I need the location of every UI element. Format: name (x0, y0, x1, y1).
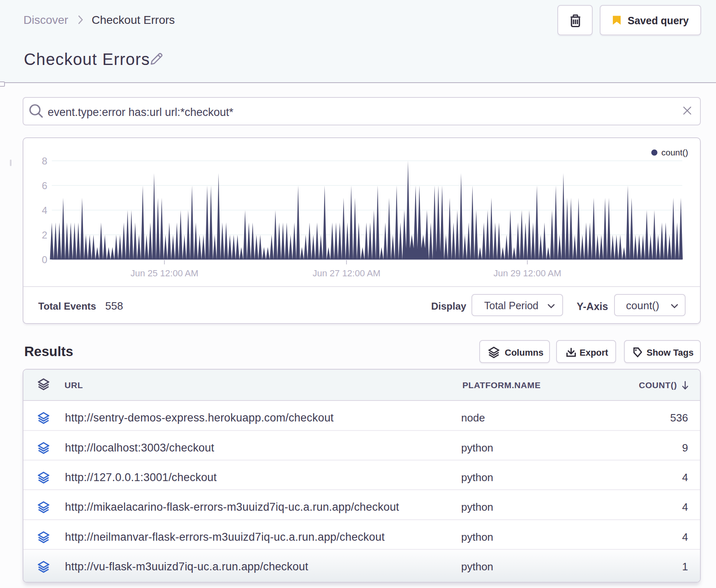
svg-text:Jun 29 12:00 AM: Jun 29 12:00 AM (493, 268, 561, 278)
svg-text:0: 0 (42, 254, 47, 265)
svg-text:6: 6 (42, 180, 47, 191)
svg-text:count(): count() (661, 148, 688, 157)
svg-text:Jun 27 12:00 AM: Jun 27 12:00 AM (312, 268, 380, 278)
svg-text:8: 8 (42, 155, 47, 167)
svg-text:Jun 25 12:00 AM: Jun 25 12:00 AM (130, 268, 198, 278)
svg-text:2: 2 (42, 229, 47, 241)
svg-text:4: 4 (42, 205, 47, 216)
